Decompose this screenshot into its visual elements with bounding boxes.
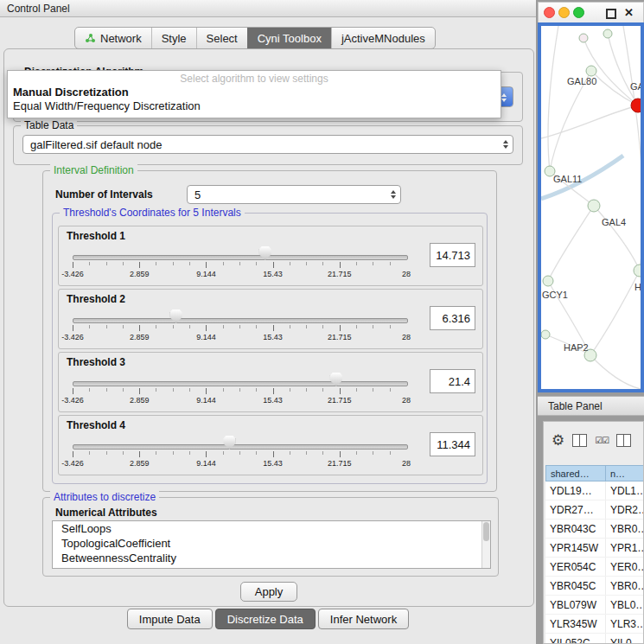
tick-label: -3.426 bbox=[61, 270, 84, 278]
column-header-shared-name[interactable]: shared… bbox=[545, 465, 606, 481]
close-traffic-button[interactable] bbox=[544, 7, 555, 18]
network-node[interactable] bbox=[579, 34, 588, 42]
tab-jactivemnodules-label: jActiveMNodules bbox=[341, 32, 425, 45]
column-header-name[interactable]: n… bbox=[606, 465, 644, 481]
apply-button[interactable]: Apply bbox=[240, 582, 297, 602]
threshold-2-slider[interactable]: -3.426 2.859 9.144 15.43 21.715 28 bbox=[73, 309, 406, 347]
network-node-label: GA bbox=[630, 81, 641, 92]
table-cell[interactable]: YER054C bbox=[545, 558, 606, 576]
table-cell[interactable]: YLR345W bbox=[545, 615, 606, 633]
table-cell[interactable]: YPR145W bbox=[545, 539, 606, 557]
number-of-intervals-value: 5 bbox=[194, 188, 201, 201]
minimize-traffic-button[interactable] bbox=[558, 7, 570, 18]
table-data-combobox[interactable]: galFiltered.sif default node bbox=[22, 135, 513, 154]
table-cell[interactable]: YBR045C bbox=[545, 577, 606, 595]
attributes-group: Attributes to discretize Numerical Attri… bbox=[42, 497, 499, 577]
algorithm-option-equal-width[interactable]: Equal Width/Frequency Discretization bbox=[8, 99, 501, 113]
combobox-stepper-icon bbox=[391, 190, 396, 199]
table-cell[interactable]: YDL19… bbox=[545, 481, 606, 500]
network-node[interactable] bbox=[541, 330, 550, 339]
network-edge bbox=[623, 26, 641, 271]
network-node[interactable] bbox=[543, 276, 553, 286]
algorithm-option-manual[interactable]: Manual Discretization bbox=[8, 86, 501, 99]
threshold-3-slider[interactable]: -3.426 2.859 9.144 15.43 21.715 28 bbox=[73, 372, 406, 410]
tab-network-label: Network bbox=[100, 32, 142, 45]
table-data-group-title: Table Data bbox=[21, 119, 77, 131]
float-panel-icon[interactable] bbox=[606, 9, 616, 19]
threshold-4-value-field[interactable]: 11.344 bbox=[430, 432, 475, 456]
table-row[interactable]: YBR043C YBR0… bbox=[545, 520, 643, 539]
table-mode-icon[interactable] bbox=[616, 434, 631, 447]
network-node[interactable] bbox=[586, 66, 596, 76]
tab-cyni-toolbox[interactable]: Cyni Toolbox bbox=[247, 28, 331, 48]
list-item[interactable]: SelfLoops bbox=[53, 521, 490, 536]
network-canvas[interactable]: GAL80GAGAL11GAL4GCY1HHAP2 bbox=[541, 26, 641, 389]
table-row[interactable]: YDR27… YDR2… bbox=[545, 501, 643, 520]
network-icon bbox=[85, 33, 96, 44]
list-item[interactable]: BetweennessCentrality bbox=[53, 551, 490, 565]
table-cell[interactable]: YBR0… bbox=[606, 577, 644, 595]
table-cell[interactable]: YER0… bbox=[606, 558, 644, 576]
control-panel-titlebar: Control Panel bbox=[0, 0, 536, 17]
table-panel-titlebar: Table Panel bbox=[538, 396, 644, 416]
threshold-4-slider[interactable]: -3.426 2.859 9.144 15.43 21.715 28 bbox=[73, 435, 406, 473]
tab-discretize-data[interactable]: Discretize Data bbox=[215, 609, 316, 629]
select-columns-icon[interactable]: ☑☑ bbox=[595, 436, 609, 445]
table-cell[interactable]: YIL0… bbox=[606, 634, 644, 644]
network-node-label: GAL80 bbox=[567, 76, 596, 86]
table-cell[interactable]: YPR1… bbox=[606, 539, 644, 557]
table-row[interactable]: YIL052C YIL0… bbox=[545, 634, 643, 644]
table-cell[interactable]: YBR0… bbox=[606, 520, 644, 538]
slider-track[interactable] bbox=[73, 255, 408, 260]
tab-impute-data[interactable]: Impute Data bbox=[127, 609, 213, 629]
tab-jactivemnodules[interactable]: jActiveMNodules bbox=[331, 28, 435, 48]
zoom-traffic-button[interactable] bbox=[573, 7, 584, 18]
table-cell[interactable]: YDR2… bbox=[606, 501, 644, 519]
scrollbar-thumb[interactable] bbox=[483, 522, 489, 541]
slider-track[interactable] bbox=[73, 381, 408, 386]
table-row[interactable]: YPR145W YPR1… bbox=[545, 539, 643, 558]
slider-track[interactable] bbox=[73, 318, 408, 323]
list-item[interactable]: TopologicalCoefficient bbox=[53, 536, 490, 551]
threshold-4-label: Threshold 4 bbox=[67, 419, 125, 431]
slider-track[interactable] bbox=[73, 444, 408, 450]
network-node[interactable] bbox=[588, 200, 600, 212]
tick-label: -3.426 bbox=[61, 459, 84, 468]
table-row[interactable]: YLR345W YLR3… bbox=[545, 615, 643, 634]
table-cell[interactable]: YDL1… bbox=[606, 481, 644, 500]
network-node[interactable] bbox=[631, 99, 641, 112]
table-cell[interactable]: YBL079W bbox=[545, 596, 606, 614]
tab-style[interactable]: Style bbox=[151, 28, 196, 48]
number-of-intervals-combobox[interactable]: 5 bbox=[187, 185, 401, 204]
table-cell[interactable]: YLR3… bbox=[606, 615, 644, 633]
tick-label: 21.715 bbox=[328, 270, 352, 278]
tab-select-label: Select bbox=[207, 32, 238, 45]
table-row[interactable]: YDL19… YDL1… bbox=[545, 481, 643, 501]
table-row[interactable]: YBR045C YBR0… bbox=[545, 577, 643, 596]
tab-select[interactable]: Select bbox=[196, 28, 247, 48]
tab-cyni-toolbox-label: Cyni Toolbox bbox=[258, 32, 322, 45]
tab-network[interactable]: Network bbox=[75, 28, 151, 48]
threshold-3-value-field[interactable]: 21.4 bbox=[430, 369, 475, 393]
gear-icon[interactable]: ⚙ bbox=[552, 433, 564, 448]
table-header-row: shared… n… bbox=[545, 465, 643, 481]
close-panel-icon[interactable]: ✕ bbox=[624, 6, 634, 19]
columns-icon[interactable] bbox=[572, 434, 587, 447]
threshold-1-value-field[interactable]: 14.713 bbox=[430, 243, 475, 267]
table-cell[interactable]: YBL0… bbox=[606, 596, 644, 614]
table-cell[interactable]: YBR043C bbox=[545, 520, 606, 538]
interval-definition-group: Interval Definition Number of Intervals … bbox=[42, 170, 497, 492]
tab-infer-network[interactable]: Infer Network bbox=[318, 609, 409, 629]
numerical-attributes-label: Numerical Attributes bbox=[55, 507, 157, 519]
table-row[interactable]: YBL079W YBL0… bbox=[545, 596, 643, 615]
threshold-2-value-field[interactable]: 6.316 bbox=[430, 306, 475, 330]
table-cell[interactable]: YIL052C bbox=[545, 634, 606, 644]
table-cell[interactable]: YDR27… bbox=[545, 501, 606, 519]
threshold-1-slider[interactable]: -3.426 2.859 9.144 15.43 21.715 28 bbox=[73, 245, 406, 284]
network-node[interactable] bbox=[603, 29, 612, 38]
network-node[interactable] bbox=[634, 265, 641, 277]
threshold-1-label: Threshold 1 bbox=[67, 230, 125, 242]
network-view-window: ✕ bbox=[538, 2, 644, 392]
list-scrollbar[interactable] bbox=[481, 521, 490, 568]
table-row[interactable]: YER054C YER0… bbox=[545, 558, 643, 577]
